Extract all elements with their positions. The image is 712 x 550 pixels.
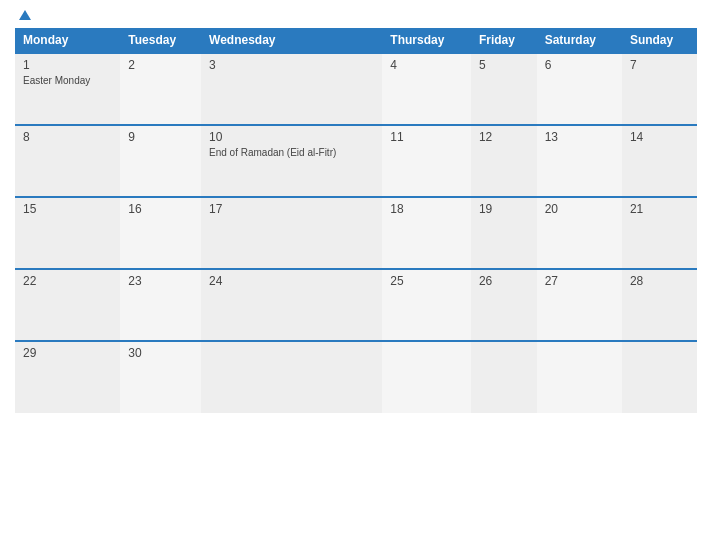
- day-number: 20: [545, 202, 614, 216]
- calendar-cell: 1Easter Monday: [15, 53, 120, 125]
- calendar-cell: 22: [15, 269, 120, 341]
- calendar-cell: 17: [201, 197, 382, 269]
- calendar-cell: 16: [120, 197, 201, 269]
- calendar-thead: MondayTuesdayWednesdayThursdayFridaySatu…: [15, 28, 697, 53]
- day-number: 7: [630, 58, 689, 72]
- calendar-cell: 23: [120, 269, 201, 341]
- calendar-cell: 9: [120, 125, 201, 197]
- calendar-cell: [537, 341, 622, 413]
- calendar-cell: [382, 341, 471, 413]
- calendar-table: MondayTuesdayWednesdayThursdayFridaySatu…: [15, 28, 697, 413]
- day-number: 21: [630, 202, 689, 216]
- calendar-cell: 15: [15, 197, 120, 269]
- holiday-label: End of Ramadan (Eid al-Fitr): [209, 146, 374, 159]
- day-number: 11: [390, 130, 463, 144]
- weekday-header-monday: Monday: [15, 28, 120, 53]
- day-number: 14: [630, 130, 689, 144]
- day-number: 6: [545, 58, 614, 72]
- calendar-tbody: 1Easter Monday2345678910End of Ramadan (…: [15, 53, 697, 413]
- calendar-cell: 14: [622, 125, 697, 197]
- week-row-0: 1Easter Monday234567: [15, 53, 697, 125]
- day-number: 10: [209, 130, 374, 144]
- day-number: 12: [479, 130, 529, 144]
- calendar-cell: 25: [382, 269, 471, 341]
- weekday-header-row: MondayTuesdayWednesdayThursdayFridaySatu…: [15, 28, 697, 53]
- day-number: 17: [209, 202, 374, 216]
- calendar-cell: 5: [471, 53, 537, 125]
- day-number: 27: [545, 274, 614, 288]
- day-number: 18: [390, 202, 463, 216]
- day-number: 19: [479, 202, 529, 216]
- day-number: 5: [479, 58, 529, 72]
- calendar-cell: 3: [201, 53, 382, 125]
- calendar-cell: 30: [120, 341, 201, 413]
- weekday-header-tuesday: Tuesday: [120, 28, 201, 53]
- weekday-header-friday: Friday: [471, 28, 537, 53]
- day-number: 15: [23, 202, 112, 216]
- day-number: 26: [479, 274, 529, 288]
- day-number: 30: [128, 346, 193, 360]
- day-number: 23: [128, 274, 193, 288]
- day-number: 8: [23, 130, 112, 144]
- calendar-cell: 4: [382, 53, 471, 125]
- calendar-cell: 29: [15, 341, 120, 413]
- calendar-cell: 28: [622, 269, 697, 341]
- calendar-cell: 18: [382, 197, 471, 269]
- week-row-3: 22232425262728: [15, 269, 697, 341]
- day-number: 1: [23, 58, 112, 72]
- day-number: 25: [390, 274, 463, 288]
- calendar-wrapper: MondayTuesdayWednesdayThursdayFridaySatu…: [0, 0, 712, 550]
- day-number: 9: [128, 130, 193, 144]
- calendar-cell: 10End of Ramadan (Eid al-Fitr): [201, 125, 382, 197]
- calendar-cell: 20: [537, 197, 622, 269]
- calendar-cell: [471, 341, 537, 413]
- weekday-header-wednesday: Wednesday: [201, 28, 382, 53]
- weekday-header-thursday: Thursday: [382, 28, 471, 53]
- day-number: 29: [23, 346, 112, 360]
- day-number: 4: [390, 58, 463, 72]
- logo-blue-row: [15, 10, 31, 20]
- day-number: 24: [209, 274, 374, 288]
- weekday-header-sunday: Sunday: [622, 28, 697, 53]
- calendar-cell: 11: [382, 125, 471, 197]
- calendar-cell: 13: [537, 125, 622, 197]
- calendar-cell: 6: [537, 53, 622, 125]
- calendar-cell: 2: [120, 53, 201, 125]
- calendar-cell: 7: [622, 53, 697, 125]
- day-number: 2: [128, 58, 193, 72]
- calendar-cell: 12: [471, 125, 537, 197]
- logo-triangle-icon: [19, 10, 31, 20]
- calendar-cell: 27: [537, 269, 622, 341]
- day-number: 22: [23, 274, 112, 288]
- day-number: 16: [128, 202, 193, 216]
- calendar-cell: [622, 341, 697, 413]
- calendar-cell: 24: [201, 269, 382, 341]
- day-number: 13: [545, 130, 614, 144]
- week-row-4: 2930: [15, 341, 697, 413]
- day-number: 3: [209, 58, 374, 72]
- weekday-header-saturday: Saturday: [537, 28, 622, 53]
- week-row-1: 8910End of Ramadan (Eid al-Fitr)11121314: [15, 125, 697, 197]
- calendar-cell: 8: [15, 125, 120, 197]
- calendar-cell: 19: [471, 197, 537, 269]
- calendar-cell: 26: [471, 269, 537, 341]
- calendar-cell: 21: [622, 197, 697, 269]
- calendar-header: [15, 10, 697, 20]
- day-number: 28: [630, 274, 689, 288]
- calendar-cell: [201, 341, 382, 413]
- logo: [15, 10, 31, 20]
- week-row-2: 15161718192021: [15, 197, 697, 269]
- holiday-label: Easter Monday: [23, 74, 112, 87]
